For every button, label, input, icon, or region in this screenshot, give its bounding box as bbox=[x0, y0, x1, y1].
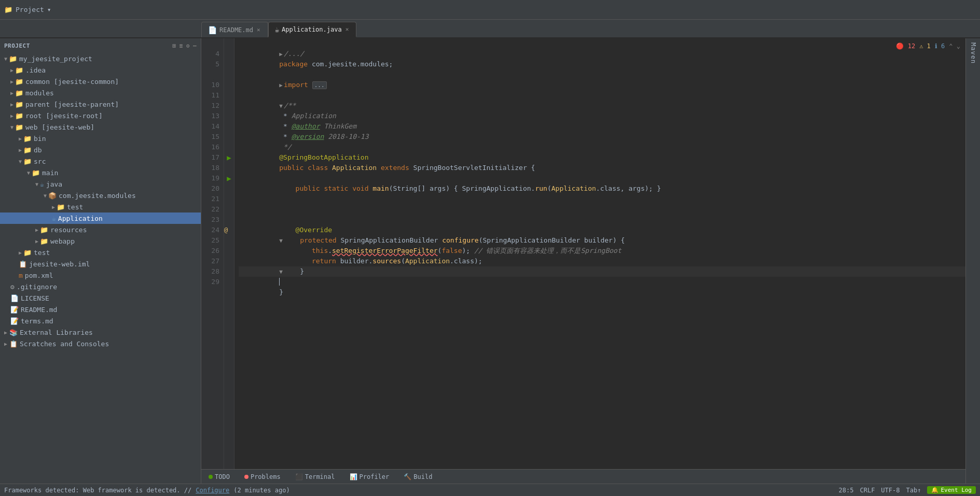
application-tab-label: Application.java bbox=[282, 26, 342, 33]
fold-icon-1[interactable]: ▶ bbox=[279, 51, 283, 58]
indent-label[interactable]: Tab↑ bbox=[906, 487, 921, 494]
chevron-package: ▼ bbox=[44, 193, 47, 199]
tree-modules[interactable]: ▶ 📁 modules bbox=[0, 87, 201, 98]
tree-resources-label: resources bbox=[50, 226, 87, 234]
fold-icon-27[interactable]: ▼ bbox=[279, 268, 283, 275]
info-number: 6 bbox=[941, 42, 945, 50]
status-right: 28:5 CRLF UTF-8 Tab↑ 🔔 Event Log bbox=[839, 486, 976, 494]
title-bar: 📁 Project ▾ bbox=[0, 0, 980, 20]
tree-test-pkg[interactable]: ▶ 📁 test bbox=[0, 201, 201, 212]
application-file-icon: ☕ bbox=[52, 215, 56, 222]
tree-root-node[interactable]: ▶ 📁 root [jeesite-root] bbox=[0, 110, 201, 121]
fold-icon-11[interactable]: ▼ bbox=[279, 103, 283, 109]
sidebar-header: Project ⊞ ≡ ⚙ — bbox=[0, 38, 201, 53]
status-bar: Frameworks detected: Web framework is de… bbox=[0, 484, 980, 496]
external-libraries[interactable]: ▶ 📚 External Libraries bbox=[0, 327, 201, 338]
fold-icon-24[interactable]: ▼ bbox=[279, 237, 283, 244]
code-line-23: @Override bbox=[239, 215, 969, 225]
tree-web[interactable]: ▼ 📁 web [jeesite-web] bbox=[0, 121, 201, 133]
chevron-modules: ▶ bbox=[10, 90, 13, 96]
readme-tab-close[interactable]: ✕ bbox=[256, 26, 261, 34]
tree-terms[interactable]: 📝 terms.md bbox=[0, 315, 201, 327]
event-log-button[interactable]: 🔔 Event Log bbox=[927, 486, 976, 494]
gutter: ▶ ▶ @ bbox=[224, 38, 234, 469]
test-pkg-folder-icon: 📁 bbox=[57, 203, 65, 211]
chevron-java: ▼ bbox=[35, 181, 38, 187]
chevron-scratch: ▶ bbox=[4, 341, 7, 347]
tree-gitignore[interactable]: ⚙ .gitignore bbox=[0, 281, 201, 292]
tree-webapp[interactable]: ▶ 📁 webapp bbox=[0, 235, 201, 247]
sidebar-icon-4[interactable]: — bbox=[193, 42, 197, 49]
code-line-import: ▶import ... bbox=[239, 69, 969, 80]
tree-src[interactable]: ▼ 📁 src bbox=[0, 155, 201, 167]
sidebar-title: Project bbox=[4, 42, 30, 49]
tree-java-label: java bbox=[46, 180, 62, 188]
tree-root[interactable]: ▼ 📁 my_jeesite_project bbox=[0, 53, 201, 64]
code-line-4: package com.jeesite.modules; bbox=[239, 49, 969, 59]
warning-count: ⚠ 1 bbox=[919, 42, 931, 50]
application-tab-close[interactable]: ✕ bbox=[344, 25, 350, 33]
build-icon: 🔨 bbox=[404, 473, 411, 480]
run-gutter-17[interactable]: ▶ bbox=[224, 152, 234, 163]
tab-readme[interactable]: 📄 README.md ✕ bbox=[201, 22, 268, 37]
tree-application[interactable]: ☕ Application bbox=[0, 212, 201, 224]
encoding[interactable]: UTF-8 bbox=[881, 487, 900, 494]
maven-panel[interactable]: Maven bbox=[965, 38, 980, 484]
tree-idea[interactable]: ▶ 📁 .idea bbox=[0, 64, 201, 76]
todo-tab[interactable]: TODO bbox=[205, 471, 233, 483]
license-icon: 📄 bbox=[10, 294, 19, 302]
tree-parent[interactable]: ▶ 📁 parent [jeesite-parent] bbox=[0, 98, 201, 110]
editor-area[interactable]: 4 5 10 11 12 13 14 15 16 17 18 19 20 21 … bbox=[201, 38, 980, 469]
framework-message: Frameworks detected: Web framework is de… bbox=[4, 487, 191, 494]
problems-icon bbox=[244, 475, 249, 479]
chevron-db: ▶ bbox=[19, 147, 22, 153]
tree-resources[interactable]: ▶ 📁 resources bbox=[0, 224, 201, 235]
chevron-idea: ▶ bbox=[10, 67, 13, 73]
problems-tab[interactable]: Problems bbox=[241, 471, 284, 483]
tree-package[interactable]: ▼ 📦 com.jeesite.modules bbox=[0, 190, 201, 201]
profiler-tab[interactable]: 📊 Profiler bbox=[347, 471, 393, 483]
run-gutter-19[interactable]: ▶ bbox=[224, 173, 234, 183]
right-panel: 🔴 12 ⚠ 1 ℹ 6 ⌃ ⌄ 4 5 10 11 12 bbox=[201, 38, 980, 484]
sidebar-icon-1[interactable]: ⊞ bbox=[173, 42, 176, 49]
terminal-tab[interactable]: ⬛ Terminal bbox=[292, 471, 338, 483]
tree-application-label: Application bbox=[58, 215, 103, 222]
fold-icon-import[interactable]: ▶ bbox=[279, 82, 283, 89]
tree-main[interactable]: ▼ 📁 main bbox=[0, 167, 201, 178]
tree-common[interactable]: ▶ 📁 common [jeesite-common] bbox=[0, 76, 201, 87]
code-line-24: ▼ protected SpringApplicationBuilder con… bbox=[239, 225, 969, 235]
chevron-test: ▶ bbox=[19, 250, 22, 256]
tree-pom[interactable]: m pom.xml bbox=[0, 270, 201, 281]
chevron-web: ▼ bbox=[10, 124, 13, 130]
expand-icon[interactable]: ⌃ ⌄ bbox=[949, 42, 960, 50]
maven-label: Maven bbox=[970, 42, 977, 64]
build-tab[interactable]: 🔨 Build bbox=[401, 471, 435, 483]
event-log-icon: 🔔 bbox=[931, 487, 938, 493]
tree-license[interactable]: 📄 LICENSE bbox=[0, 292, 201, 304]
code-line-10 bbox=[239, 80, 969, 90]
tree-root-label: my_jeesite_project bbox=[19, 55, 92, 63]
tree-test-label: test bbox=[34, 249, 50, 257]
scratches-consoles[interactable]: ▶ 📋 Scratches and Consoles bbox=[0, 338, 201, 349]
tree-db[interactable]: ▶ 📁 db bbox=[0, 144, 201, 155]
code-editor[interactable]: ▶/.../ package com.jeesite.modules; ▶imp… bbox=[234, 38, 973, 469]
configure-link[interactable]: Configure bbox=[196, 487, 229, 494]
dropdown-icon[interactable]: ▾ bbox=[47, 6, 51, 13]
tree-webapp-label: webapp bbox=[50, 237, 75, 245]
sidebar-icon-3[interactable]: ⚙ bbox=[186, 42, 190, 49]
tree-iml[interactable]: 📋 jeesite-web.iml bbox=[0, 258, 201, 270]
line-ending[interactable]: CRLF bbox=[860, 487, 875, 494]
webapp-folder-icon: 📁 bbox=[40, 237, 48, 245]
tree-readme[interactable]: 📝 README.md bbox=[0, 304, 201, 315]
code-line-19: public static void main(String[] args) {… bbox=[239, 173, 969, 183]
todo-icon bbox=[209, 475, 213, 479]
root-folder-icon2: 📁 bbox=[15, 112, 23, 120]
tree-bin[interactable]: ▶ 📁 bin bbox=[0, 133, 201, 144]
terminal-icon: ⬛ bbox=[295, 473, 303, 480]
scratches-consoles-label: Scratches and Consoles bbox=[20, 340, 109, 348]
tree-gitignore-label: .gitignore bbox=[17, 283, 57, 291]
sidebar-icon-2[interactable]: ≡ bbox=[180, 42, 183, 49]
tree-test[interactable]: ▶ 📁 test bbox=[0, 247, 201, 258]
tab-application[interactable]: ☕ Application.java ✕ bbox=[268, 22, 357, 37]
tree-java[interactable]: ▼ ☕ java bbox=[0, 178, 201, 190]
